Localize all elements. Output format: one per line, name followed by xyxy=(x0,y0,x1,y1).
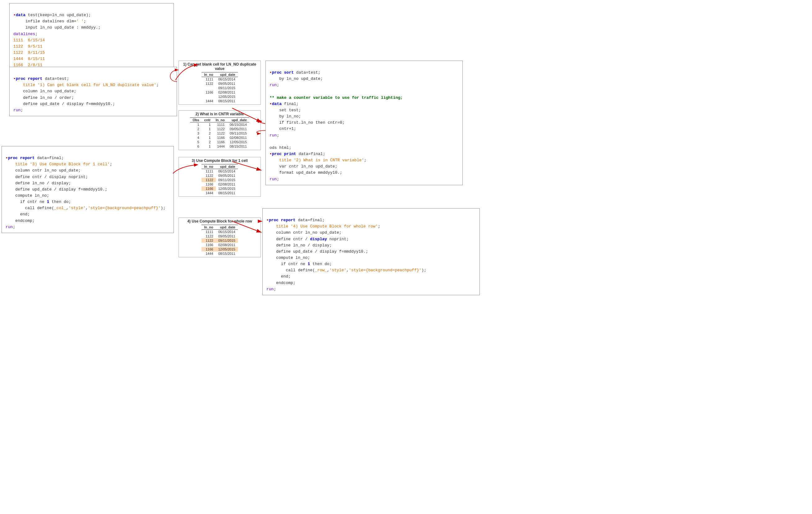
proc-sort-data-final-block: ▪proc sort data=test; by ln_no upd_date;… xyxy=(265,61,463,185)
output-1-box: 1) Can get blank cell for LN_NO duplicat… xyxy=(178,61,261,105)
output-1-title: 1) Can get blank cell for LN_NO duplicat… xyxy=(180,62,259,71)
output-1-table: ln_no upd_date 111106/15/2014 112209/05/… xyxy=(202,72,237,103)
output-4-box: 4) Use Compute Block for whole row ln_no… xyxy=(178,218,261,257)
output-2-box: 2) What is in CNTR variable Obs cntr ln_… xyxy=(178,110,261,150)
proc-report-1-block: ▪proc report data=test; title '1) Can ge… xyxy=(9,67,177,116)
output-4-table: ln_no upd_date 111106/15/2014 112209/05/… xyxy=(202,225,237,256)
output-4-title: 4) Use Compute Block for whole row xyxy=(180,219,259,223)
output-2-table: Obs cntr ln_no upd_date 11111106/15/2014… xyxy=(190,117,249,148)
proc-report-4-block: ▪proc report data=final; title '4) Use C… xyxy=(262,208,480,295)
output-3-title: 3) Use Compute Block for 1 cell xyxy=(180,159,259,163)
output-2-title: 2) What is in CNTR variable xyxy=(180,112,259,116)
proc-report-3-block: ▪proc report data=final; title '3) Use C… xyxy=(2,146,174,233)
output-3-box: 3) Use Compute Block for 1 cell ln_no up… xyxy=(178,157,261,197)
output-3-table: ln_no upd_date 111106/15/2014 112209/05/… xyxy=(202,164,237,195)
